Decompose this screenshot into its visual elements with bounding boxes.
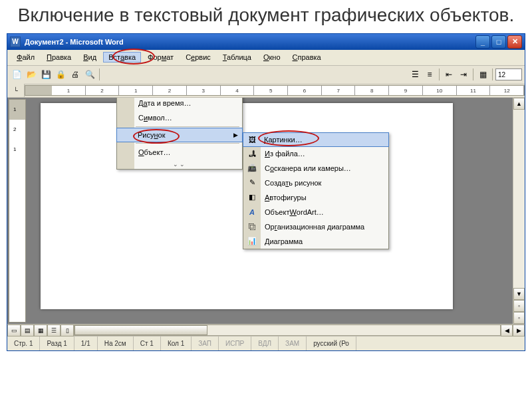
titlebar: W Документ2 - Microsoft Word _ □ ✕ xyxy=(7,34,525,50)
status-ext: ВДЛ xyxy=(251,336,279,350)
status-rec: ЗАП xyxy=(192,336,219,350)
maximize-button[interactable]: □ xyxy=(491,35,506,49)
menu-window[interactable]: Окно xyxy=(258,52,286,63)
numbering-icon[interactable]: ≡ xyxy=(423,68,436,81)
bullets-icon[interactable]: ☰ xyxy=(408,68,422,81)
outdent-icon[interactable]: ⇤ xyxy=(442,68,456,81)
view-normal-icon[interactable]: ▭ xyxy=(7,325,21,336)
scroll-down-icon[interactable]: ▼ xyxy=(513,288,525,300)
clipart-icon: 🖼 xyxy=(246,134,258,146)
status-lang: русский (Ро xyxy=(307,336,356,350)
menu-table[interactable]: Таблица xyxy=(217,52,257,63)
view-print-icon[interactable]: ▦ xyxy=(34,325,47,336)
menu-item-symbol[interactable]: Символ… xyxy=(117,110,242,125)
permission-icon[interactable]: 🔒 xyxy=(54,68,67,81)
vertical-scrollbar[interactable]: ▲ ▼ ◦ ◦ xyxy=(513,98,525,324)
minimize-button[interactable]: _ xyxy=(475,35,490,49)
ruler-row: └ 12 12 34 56 78 910 1112 xyxy=(7,84,525,98)
from-file-icon: 🏞 xyxy=(246,148,258,160)
menu-expand-chevron[interactable]: ⌄⌄ xyxy=(117,160,242,169)
document-area[interactable]: Разрыв… Номера страниц… Дата и время… Си… xyxy=(27,98,513,324)
font-size-box[interactable]: 12 xyxy=(495,68,522,80)
statusbar: Стр. 1 Разд 1 1/1 На 2см Ст 1 Кол 1 ЗАП … xyxy=(7,336,525,350)
close-button[interactable]: ✕ xyxy=(507,35,522,49)
menu-item-new-drawing[interactable]: ✎Создать рисунок xyxy=(243,176,388,190)
word-icon: W xyxy=(10,37,21,47)
new-icon[interactable]: 📄 xyxy=(10,68,23,81)
menu-format[interactable]: Формат xyxy=(142,52,179,63)
scroll-left-icon[interactable]: ◀ xyxy=(501,325,513,336)
browse-next-icon[interactable]: ◦ xyxy=(513,312,525,324)
menu-item-from-scanner[interactable]: 📠Со сканера или камеры… xyxy=(243,161,388,176)
print-icon[interactable]: 🖨 xyxy=(68,68,82,81)
menu-item-from-file[interactable]: 🏞Из файла… xyxy=(243,146,388,161)
submenu-arrow-icon: ▶ xyxy=(233,132,238,138)
toolbar: 📄 📂 💾 🔒 🖨 🔍 ☰ ≡ ⇤ ⇥ ▦ 12 xyxy=(7,66,525,84)
scanner-icon: 📠 xyxy=(246,162,258,174)
browse-prev-icon[interactable]: ◦ xyxy=(513,300,525,312)
menu-item-chart[interactable]: 📊Диаграмма xyxy=(243,234,388,249)
horizontal-scrollbar-row: ▭ ▤ ▦ ☰ ▯ ◀ ▶ xyxy=(7,324,525,336)
scroll-right-icon[interactable]: ▶ xyxy=(513,325,525,336)
status-pages: 1/1 xyxy=(74,336,98,350)
menu-item-org-chart[interactable]: ⿻Организационная диаграмма xyxy=(243,219,388,234)
view-reading-icon[interactable]: ▯ xyxy=(61,325,74,336)
autoshapes-icon: ◧ xyxy=(246,192,258,203)
wordart-icon: A xyxy=(246,206,258,218)
menu-item-picture[interactable]: Рисунок▶ xyxy=(116,128,243,142)
chart-icon: 📊 xyxy=(246,235,258,247)
drawing-icon: ✎ xyxy=(246,177,258,189)
menu-item-wordart[interactable]: AОбъект WordArt… xyxy=(243,205,388,219)
view-web-icon[interactable]: ▤ xyxy=(21,325,34,336)
ruler-corner: └ xyxy=(7,84,25,97)
window-title: Документ2 - Microsoft Word xyxy=(25,38,475,46)
menu-insert[interactable]: Вставка xyxy=(103,52,141,63)
horizontal-ruler[interactable]: 12 12 34 56 78 910 1112 xyxy=(25,85,525,96)
slide-title: Включение в текстовый документ графическ… xyxy=(0,0,532,33)
menu-help[interactable]: Справка xyxy=(287,52,327,63)
status-ovr: ЗАМ xyxy=(279,336,307,350)
status-col: Кол 1 xyxy=(161,336,192,350)
horizontal-scrollbar[interactable] xyxy=(74,325,501,336)
org-chart-icon: ⿻ xyxy=(246,221,258,233)
preview-icon[interactable]: 🔍 xyxy=(83,68,96,81)
status-trk: ИСПР xyxy=(219,336,251,350)
menu-item-autoshapes[interactable]: ◧Автофигуры xyxy=(243,190,388,205)
picture-submenu-dropdown: 🖼Картинки… 🏞Из файла… 📠Со сканера или ка… xyxy=(243,132,389,249)
border-icon[interactable]: ▦ xyxy=(476,68,489,81)
horizontal-scroll-thumb[interactable] xyxy=(74,325,207,335)
menu-edit[interactable]: Правка xyxy=(41,52,76,63)
indent-icon[interactable]: ⇥ xyxy=(457,68,470,81)
menu-tools[interactable]: Сервис xyxy=(180,52,216,63)
menu-item-clipart[interactable]: 🖼Картинки… xyxy=(243,132,389,147)
menu-item-date-time[interactable]: Дата и время… xyxy=(117,98,242,110)
menu-view[interactable]: Вид xyxy=(78,52,102,63)
menu-file[interactable]: Файл xyxy=(11,52,40,63)
status-at: На 2см xyxy=(98,336,134,350)
vertical-ruler[interactable]: 1 2 1 xyxy=(9,99,26,323)
save-icon[interactable]: 💾 xyxy=(39,68,53,81)
open-icon[interactable]: 📂 xyxy=(25,68,38,81)
word-window: W Документ2 - Microsoft Word _ □ ✕ Файл … xyxy=(7,33,525,351)
insert-menu-dropdown: Разрыв… Номера страниц… Дата и время… Си… xyxy=(116,98,243,170)
work-area: 1 2 1 Разрыв… Номера страниц… Дата и вре… xyxy=(7,98,525,324)
status-line: Ст 1 xyxy=(134,336,161,350)
view-outline-icon[interactable]: ☰ xyxy=(47,325,61,336)
status-section: Разд 1 xyxy=(40,336,74,350)
menubar: Файл Правка Вид Вставка Формат Сервис Та… xyxy=(7,50,525,66)
menu-item-object[interactable]: Объект… xyxy=(117,145,242,160)
status-page: Стр. 1 xyxy=(7,336,40,350)
scroll-up-icon[interactable]: ▲ xyxy=(513,98,525,110)
